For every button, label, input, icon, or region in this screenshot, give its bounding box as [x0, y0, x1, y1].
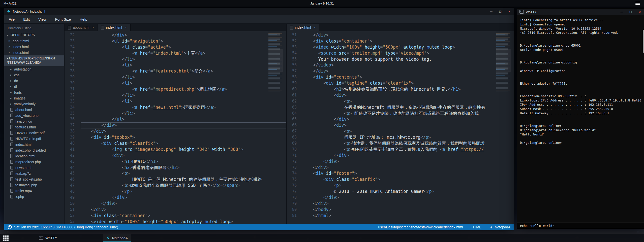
taskbar-item-wstty[interactable]: WsTTY — [36, 234, 60, 242]
close-file-icon[interactable]: × — [8, 45, 13, 49]
tree-file[interactable]: news.html — [4, 165, 64, 170]
code-line[interactable]: 73 </div> — [287, 165, 514, 171]
notepada-titlebar[interactable]: NotepadA - index.html ─ □ × — [4, 8, 514, 15]
tree-file[interactable]: HKWTC notice.pdf — [4, 130, 64, 136]
code-line[interactable]: 61 <div> — [287, 92, 514, 98]
close-file-icon[interactable]: × — [8, 51, 13, 54]
wstty-titlebar[interactable]: WsTTY ─ □ × — [517, 9, 644, 15]
code-line[interactable]: 65 </div> — [287, 116, 514, 122]
code-line[interactable]: 24 <li class="active"> — [65, 44, 286, 50]
tree-folder[interactable]: ▸dl — [4, 84, 64, 89]
code-line[interactable]: 45 <p> — [65, 170, 286, 177]
code-line[interactable]: 32 </li> — [65, 92, 286, 98]
tree-file[interactable]: test_sockets.php — [4, 176, 64, 182]
code-line[interactable]: 78 </div> — [287, 195, 514, 201]
code-line[interactable]: 51 </div> — [65, 207, 286, 213]
code-line[interactable]: 22 </div> — [65, 32, 286, 38]
code-line[interactable]: 41 <img src="images/box.png" height="342… — [65, 147, 286, 153]
code-line[interactable]: 79 </div> — [287, 201, 514, 207]
open-editors-header[interactable]: ▾ OPEN EDITORS — [4, 32, 64, 38]
code-line[interactable]: 70 <p>如有問題或需要申請白名單，歡迎加入我們的 <a href="http… — [287, 147, 514, 153]
minimap-viewport[interactable] — [496, 49, 511, 72]
code-line[interactable]: 27 <li> — [65, 62, 286, 68]
code-line[interactable]: 34 <a href="news.html">玩家傳送門</a> — [65, 105, 286, 111]
minimap-viewport[interactable] — [268, 49, 283, 72]
tree-file[interactable]: location.html — [4, 153, 64, 159]
tree-file[interactable]: add_vhost.php — [4, 113, 64, 118]
close-tab-icon[interactable]: × — [92, 25, 94, 29]
tree-folder[interactable]: ▸fonts — [4, 89, 64, 95]
code-line[interactable]: 75 <div class="clearfix"> — [287, 177, 514, 183]
code-line[interactable]: 77 © 2018 - 2019 HKWTC Animation Gamer</… — [287, 189, 514, 195]
code-line[interactable]: 37 </div> — [65, 122, 286, 128]
tree-file[interactable]: trailer.mp4 — [4, 188, 64, 194]
code-line[interactable]: 68 伺服器 IP 地址為： mcs.hkwtc.org</p> — [287, 134, 514, 141]
tree-file[interactable]: index.php_disabled — [4, 147, 64, 153]
close-button[interactable]: × — [635, 9, 644, 15]
menu-item-edit[interactable]: Edit — [19, 17, 34, 21]
code-line[interactable]: 81 </html> — [287, 213, 514, 219]
tree-file[interactable]: x.php — [4, 194, 64, 199]
code-line[interactable]: 33 <li> — [65, 98, 286, 105]
hamburger-menu-icon[interactable] — [635, 2, 640, 5]
tree-folder[interactable]: ▸images — [4, 95, 64, 101]
code-line[interactable]: 63 在香港的Minecraft 伺服器中，多為小遊戲和純生存的伺服器，較少擁有 — [287, 105, 514, 111]
code-line[interactable]: 43 <h1>HKWTC</h1> — [65, 159, 286, 165]
code-line[interactable]: 64 <p> 即使你不是建築師，你也能透過紅石師或鐵路工程師的身份加入我 — [287, 111, 514, 117]
code-line[interactable]: 52 <div class="container"> — [65, 213, 286, 219]
editor-tab[interactable]: about.html× — [65, 24, 98, 31]
tree-folder[interactable]: ▸dc — [4, 78, 64, 84]
menu-item-font-size[interactable]: Font Size — [51, 17, 75, 21]
close-tab-icon[interactable]: × — [125, 25, 127, 29]
tree-folder[interactable]: ▸yamlyamlonly — [4, 101, 64, 107]
code-line[interactable]: 76 <p> — [287, 183, 514, 189]
code-line[interactable]: 66 <div> — [287, 122, 514, 128]
tree-file[interactable]: teabag.7z — [4, 170, 64, 176]
tree-file[interactable]: testmysql.php — [4, 182, 64, 188]
app-launcher-button[interactable] — [0, 234, 12, 242]
code-line[interactable]: 50 </div> — [65, 201, 286, 207]
code-editor[interactable]: 51 </div>52 <div class="container">53 <v… — [287, 31, 514, 224]
code-line[interactable]: 42 <div> — [65, 153, 286, 159]
code-line[interactable]: 46 HKWTC 是一個 Minecraft 的建築伺服器，主要建築計劃包括鐵路 — [65, 177, 286, 183]
code-line[interactable]: 25 <a href="index.html">主頁</a> — [65, 50, 286, 56]
menu-item-view[interactable]: View — [34, 17, 51, 21]
maximize-button[interactable]: □ — [496, 8, 505, 15]
code-line[interactable]: 26 </li> — [65, 56, 286, 62]
code-line[interactable]: 48 </p> — [65, 189, 286, 195]
code-line[interactable]: 59 <div id="tagline" class="clearfix"> — [287, 80, 514, 86]
tree-file[interactable]: features.html — [4, 124, 64, 130]
code-line[interactable]: 47 <b>你知道我們全線伺服器已轉用 SSD 了嗎？</b></span> — [65, 183, 286, 189]
code-line[interactable]: 31 <a href="mapredirect.php">網上地圖</a> — [65, 86, 286, 92]
workspace-root[interactable]: ▾USER:/DESKTOP/SCREENSHOT /TEST/WWW CLEA… — [4, 55, 64, 66]
menu-item-help[interactable]: Help — [75, 17, 92, 21]
code-line[interactable]: 56 </video> — [287, 62, 514, 68]
code-line[interactable]: 67 <p> — [287, 128, 514, 134]
menu-item-file[interactable]: File — [4, 17, 19, 21]
code-line[interactable]: 60 <h1>特別為建築及鐵路而設，現代化的 Minecraft 世界.</h1… — [287, 86, 514, 92]
code-line[interactable]: 52 <div class="container"> — [287, 38, 514, 44]
code-line[interactable]: 29 </li> — [65, 74, 286, 80]
editor-tab[interactable]: index.html× — [287, 24, 319, 31]
code-line[interactable]: 23 <ul id="navigation"> — [65, 38, 286, 44]
code-line[interactable]: 72 </div> — [287, 159, 514, 165]
minimize-button[interactable]: ─ — [487, 8, 496, 15]
code-line[interactable]: 51 </div> — [287, 32, 514, 38]
code-line[interactable]: 40 <div class="clearfix"> — [65, 141, 286, 147]
tree-file[interactable]: favicon.ico — [4, 118, 64, 124]
code-line[interactable]: 58 <div id="contents"> — [287, 74, 514, 80]
code-line[interactable]: 53 <video width="100%" height="500px" au… — [287, 44, 514, 50]
code-line[interactable]: 30 <li> — [65, 80, 286, 86]
tree-file[interactable]: index.html — [4, 142, 64, 147]
open-editor-item[interactable]: ×index.html — [4, 44, 64, 50]
code-line[interactable]: 80 </body> — [287, 207, 514, 213]
close-file-icon[interactable]: × — [8, 39, 13, 43]
terminal-input[interactable]: echo "Hello World" — [517, 223, 644, 228]
code-line[interactable]: 39 <div id="topbox"> — [65, 134, 286, 141]
tree-file[interactable]: about.html — [4, 107, 64, 113]
status-language[interactable]: HTML — [472, 225, 481, 229]
code-line[interactable]: 35 </li> — [65, 111, 286, 117]
code-line[interactable]: 69 <p>請注意，我們的伺服器為確保玩家及遊玩時的質素，我們對的服務開設 — [287, 141, 514, 147]
code-line[interactable]: 38 </div> — [65, 128, 286, 134]
tree-file[interactable]: HKWTC rule.pdf — [4, 136, 64, 142]
